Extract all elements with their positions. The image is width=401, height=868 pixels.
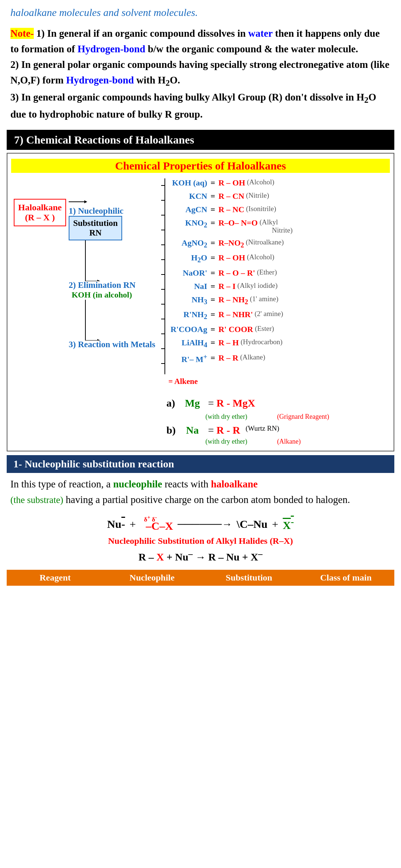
reagent-row-rcooag: R'COOAg = R' COOR (Ester) — [166, 325, 293, 334]
nucleophilic-title: 1) Nucleophilic — [69, 206, 124, 216]
reagent-row-agno2: AgNO2 = R–NO2 (Nitroalkane) — [166, 238, 293, 249]
metals-title: 3) Reaction with Metals — [69, 340, 155, 349]
body-text-nucleophilic: In this type of reaction, a nucleophile … — [0, 473, 401, 510]
nucleophilic-bracket — [158, 178, 166, 375]
cx-group: δ+ δ- –C–X — [140, 516, 173, 532]
plus-sign: + — [130, 518, 136, 530]
arrow-to-nucleophilic — [69, 198, 87, 206]
reagent-row-kcn: KCN = R – CN (Nitrile) — [166, 191, 293, 201]
reagent-row-naor: NaOR' = R – O – R' (Ether) — [166, 268, 293, 278]
rxn-formula-title: Nucleophilic Substitution of Alkyl Halid… — [108, 536, 293, 546]
metals-products: a) Mg = R - MgX (with dry ether) (Grigna… — [166, 397, 390, 445]
note-block: Note- 1) In general if an organic compou… — [0, 22, 401, 126]
substitution-box: SubstitutionRN — [69, 216, 122, 240]
note-point1: 1) In general if an organic compound dis… — [10, 28, 380, 55]
reagent-row-rmprime: R'– M+ = R – R (Alkane) — [166, 353, 293, 364]
reaction-arrow: ──────→ — [177, 518, 232, 530]
table-col-class: Class of main — [297, 572, 394, 583]
c-nu: \C–Nu — [237, 518, 267, 530]
elimination-reagent: KOH (in alcohol) — [72, 290, 136, 300]
table-col-nucleophile: Nucleophile — [104, 572, 200, 583]
reagent-row-h2o: H2O = R – OH (Alcohol) — [166, 253, 293, 264]
chemical-properties-diagram: Chemical Properties of Haloalkanes Haloa… — [7, 153, 394, 451]
sub-section-header: 1- Nucleophilic substitution reaction — [7, 455, 394, 473]
table-header: Reagent Nucleophile Substitution Class o… — [7, 570, 394, 586]
elimination-product: = Alkene — [166, 377, 390, 386]
elimination-title: 2) Elimination RN — [69, 280, 136, 290]
section7-header: 7) Chemical Reactions of Haloalkanes — [7, 130, 394, 150]
haloalkane-box: Haloalkane(R – X ) — [14, 199, 66, 226]
reagent-row-koh: KOH (aq) = R – OH (Alcohol) — [166, 178, 293, 188]
reagent-row-lialh4: LiAlH4 = R – H (Hydrocarbon) — [166, 338, 293, 349]
note-point2: 2) In general polar organic compounds ha… — [10, 59, 389, 86]
table-col-reagent: Reagent — [7, 572, 104, 583]
reagent-row-nai: NaI = R – I (Alkyl iodide) — [166, 282, 293, 291]
reagent-row-agcn: AgCN = R – NC (Isonitrile) — [166, 205, 293, 214]
diagram-title: Chemical Properties of Haloalkanes — [11, 159, 390, 173]
reagent-row-rnh2: R'NH2 = R – NHR' (2' amine) — [166, 310, 293, 321]
note-point3: 3) In general organic compounds having b… — [10, 92, 376, 120]
top-intro-text: haloalkane molecules and solvent molecul… — [0, 0, 401, 22]
rxn-formula-eq: R – X + Nu– → R – Nu + X– — [138, 549, 263, 563]
reagent-row-nh3: NH3 = R – NH2 (1' amine) — [166, 295, 293, 306]
reagent-row-kno2: KNO2 = R–O– N=O (Alkyl Nitrite) — [166, 218, 293, 234]
x-minus: X- — [283, 517, 294, 532]
nucleophilic-equation-diagram: Nu- + δ+ δ- –C–X ──────→ \C–Nu + X- Nucl… — [0, 510, 401, 566]
svg-marker-1 — [84, 200, 87, 203]
table-col-substitution: Substitution — [200, 572, 297, 583]
plus-sign2: + — [272, 518, 278, 530]
vertical-connector — [84, 240, 102, 281]
note-label: Note- — [10, 28, 34, 39]
vertical-connector2 — [84, 300, 102, 341]
nu-minus: Nu- — [107, 518, 125, 530]
